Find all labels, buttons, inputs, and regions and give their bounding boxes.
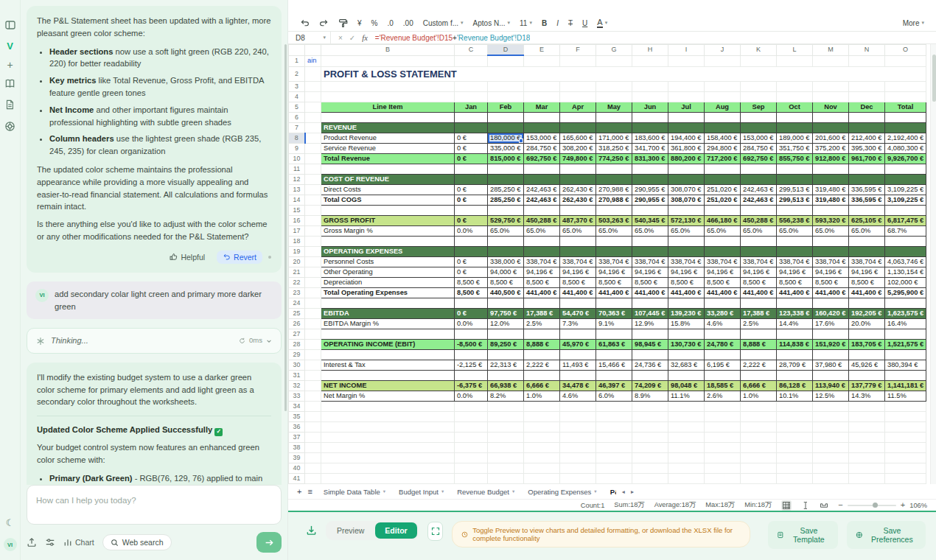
- cell[interactable]: [560, 349, 596, 360]
- cell[interactable]: [596, 442, 632, 452]
- cell[interactable]: [632, 55, 668, 66]
- cell[interactable]: [524, 246, 560, 256]
- formula-text[interactable]: ='Revenue Budget'!D15+'Revenue Budget'!D…: [375, 34, 531, 42]
- row-number[interactable]: 9: [289, 143, 305, 153]
- cell[interactable]: 17,388 €: [524, 308, 560, 318]
- row-number[interactable]: 40: [289, 463, 305, 473]
- cell[interactable]: 441,400 €: [813, 287, 849, 298]
- cell[interactable]: 65.0%: [705, 225, 741, 236]
- cell[interactable]: [524, 91, 560, 102]
- cell[interactable]: [705, 421, 741, 432]
- cell[interactable]: [560, 442, 596, 452]
- cell[interactable]: [488, 329, 524, 339]
- app-logo[interactable]: V: [7, 41, 13, 52]
- cell[interactable]: [741, 349, 777, 360]
- cell[interactable]: [305, 164, 321, 174]
- row-number[interactable]: 26: [289, 318, 305, 329]
- cell[interactable]: 270,988 €: [596, 195, 632, 205]
- cell[interactable]: [632, 421, 668, 432]
- cell[interactable]: [305, 153, 321, 164]
- decrease-decimal-button[interactable]: .0: [387, 19, 393, 27]
- cell[interactable]: 336,595 €: [849, 184, 885, 195]
- cell[interactable]: 180,000 €: [488, 133, 524, 143]
- cell[interactable]: [705, 411, 741, 421]
- cell[interactable]: 0 €: [455, 133, 488, 143]
- cell[interactable]: [668, 236, 705, 246]
- cell[interactable]: [741, 91, 777, 102]
- cell[interactable]: 114,838 €: [777, 339, 813, 349]
- cell[interactable]: [488, 452, 524, 463]
- row-number[interactable]: 16: [289, 215, 305, 225]
- cell[interactable]: 593,320 €: [813, 215, 849, 225]
- cell[interactable]: [849, 421, 885, 432]
- cell[interactable]: [849, 91, 885, 102]
- cell[interactable]: [321, 236, 455, 246]
- cell[interactable]: [668, 473, 705, 483]
- cell[interactable]: 65.0%: [668, 225, 705, 236]
- cell[interactable]: [777, 452, 813, 463]
- cell[interactable]: [632, 442, 668, 452]
- cell[interactable]: [813, 205, 849, 215]
- cell[interactable]: [777, 483, 813, 484]
- cell[interactable]: 94,196 €: [632, 267, 668, 277]
- cell[interactable]: [524, 432, 560, 442]
- cell[interactable]: [741, 112, 777, 122]
- cell[interactable]: 294,800 €: [705, 143, 741, 153]
- cell[interactable]: 338,704 €: [560, 256, 596, 267]
- sheet-tab[interactable]: P&L Statement▾: [605, 486, 616, 497]
- cell[interactable]: [813, 91, 849, 102]
- cell[interactable]: [321, 442, 455, 452]
- row-number[interactable]: 4: [289, 91, 305, 102]
- cell[interactable]: Interest & Tax: [321, 360, 455, 370]
- cell[interactable]: [777, 298, 813, 308]
- cell[interactable]: Service Revenue: [321, 143, 455, 153]
- helpful-button[interactable]: Helpful: [164, 251, 211, 264]
- cell[interactable]: [488, 349, 524, 360]
- cell[interactable]: [488, 81, 524, 91]
- percent-format-button[interactable]: %: [371, 19, 378, 27]
- cell[interactable]: Total: [885, 102, 926, 112]
- cell[interactable]: 137,779 €: [849, 380, 885, 391]
- cell[interactable]: [321, 473, 455, 483]
- cell[interactable]: [813, 236, 849, 246]
- cell[interactable]: [596, 401, 632, 411]
- cell[interactable]: 37,980 €: [813, 360, 849, 370]
- row-number[interactable]: 29: [289, 349, 305, 360]
- cell[interactable]: [849, 452, 885, 463]
- cell[interactable]: 11.1%: [668, 391, 705, 401]
- settings-sliders-button[interactable]: [45, 537, 55, 547]
- cell[interactable]: [632, 91, 668, 102]
- cell[interactable]: Other Operating: [321, 267, 455, 277]
- cell[interactable]: 0 €: [455, 308, 488, 318]
- cell[interactable]: [305, 205, 321, 215]
- cell[interactable]: 8,500 €: [488, 277, 524, 287]
- cell[interactable]: [321, 329, 455, 339]
- cell[interactable]: [632, 329, 668, 339]
- cell[interactable]: [668, 164, 705, 174]
- italic-button[interactable]: I: [556, 19, 559, 27]
- cell[interactable]: [885, 421, 926, 432]
- cell[interactable]: [849, 55, 885, 66]
- column-header[interactable]: N: [849, 45, 885, 56]
- cell[interactable]: [305, 236, 321, 246]
- cell[interactable]: [560, 164, 596, 174]
- cell[interactable]: [813, 122, 849, 133]
- cell[interactable]: 338,704 €: [668, 256, 705, 267]
- cell[interactable]: [321, 205, 455, 215]
- dark-mode-icon[interactable]: ☾: [6, 517, 15, 528]
- cell[interactable]: [596, 174, 632, 184]
- cell[interactable]: [305, 318, 321, 329]
- cell[interactable]: [813, 55, 849, 66]
- cell[interactable]: [596, 329, 632, 339]
- row-number[interactable]: 12: [289, 174, 305, 184]
- cell[interactable]: 380,394 €: [885, 360, 926, 370]
- cell[interactable]: [524, 174, 560, 184]
- cell[interactable]: [596, 452, 632, 463]
- row-number[interactable]: 3: [289, 81, 305, 91]
- cell[interactable]: [560, 421, 596, 432]
- cell[interactable]: [885, 329, 926, 339]
- cell[interactable]: [560, 205, 596, 215]
- cell[interactable]: [849, 329, 885, 339]
- cell[interactable]: [705, 349, 741, 360]
- cell[interactable]: [632, 463, 668, 473]
